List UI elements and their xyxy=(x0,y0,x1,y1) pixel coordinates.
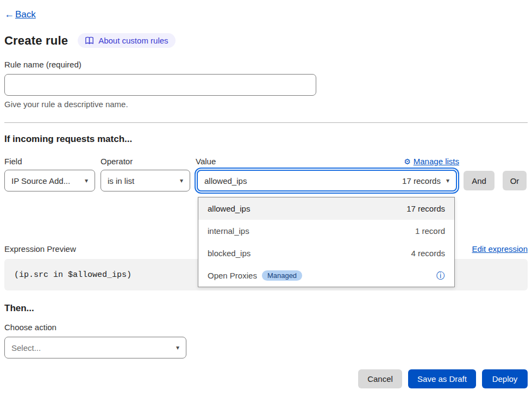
info-icon[interactable]: ⓘ xyxy=(436,271,445,280)
operator-select-value: is in list xyxy=(108,176,134,185)
list-dropdown-item[interactable]: Open ProxiesManagedⓘ xyxy=(198,264,454,287)
field-label: Field xyxy=(4,157,101,166)
list-item-name: Open Proxies xyxy=(208,271,257,280)
list-dropdown-menu: allowed_ips17 recordsinternal_ips1 recor… xyxy=(198,197,455,287)
action-select-placeholder: Select... xyxy=(11,343,41,352)
list-item-record-count: 1 record xyxy=(415,226,445,236)
match-section-heading: If incoming requests match... xyxy=(4,134,528,145)
list-item-name: blocked_ips xyxy=(208,249,251,258)
back-link[interactable]: ←Back xyxy=(4,9,36,20)
chevron-down-icon: ▾ xyxy=(85,177,88,184)
chevron-down-icon: ▾ xyxy=(176,344,179,351)
page-title: Create rule xyxy=(4,34,68,48)
value-select-record-count: 17 records xyxy=(402,176,441,185)
footer-actions: Cancel Save as Draft Deploy xyxy=(4,369,528,388)
field-select-value: IP Source Add... xyxy=(11,176,70,185)
list-item-record-count: 17 records xyxy=(406,204,445,213)
manage-lists-link[interactable]: ⚙ Manage lists xyxy=(404,157,459,166)
section-divider xyxy=(4,122,528,123)
then-section-heading: Then... xyxy=(4,303,528,314)
operator-label: Operator xyxy=(101,157,196,166)
list-dropdown-item[interactable]: allowed_ips17 records xyxy=(198,197,454,220)
value-select[interactable]: allowed_ips 17 records ▾ xyxy=(197,170,457,191)
condition-selects-row: IP Source Add... ▾ is in list ▾ allowed_… xyxy=(4,170,528,191)
and-button[interactable]: And xyxy=(464,171,495,190)
list-dropdown-item[interactable]: internal_ips1 record xyxy=(198,220,454,242)
about-custom-rules-badge[interactable]: About custom rules xyxy=(78,33,175,48)
condition-labels-row: Field Operator Value ⚙ Manage lists xyxy=(4,157,528,166)
manage-lists-label: Manage lists xyxy=(414,157,459,166)
rule-name-input[interactable] xyxy=(4,74,316,96)
cancel-button[interactable]: Cancel xyxy=(358,369,402,388)
action-select[interactable]: Select... ▾ xyxy=(4,337,186,358)
gear-icon: ⚙ xyxy=(404,158,411,165)
list-item-name: internal_ips xyxy=(208,226,249,236)
field-select[interactable]: IP Source Add... ▾ xyxy=(4,170,95,191)
value-select-value: allowed_ips xyxy=(204,176,247,185)
operator-select[interactable]: is in list ▾ xyxy=(101,170,190,191)
or-button[interactable]: Or xyxy=(503,171,527,190)
rule-name-group: Rule name (required) Give your rule a de… xyxy=(4,60,528,109)
save-as-draft-button[interactable]: Save as Draft xyxy=(408,369,476,388)
book-open-icon xyxy=(85,36,94,45)
list-dropdown-item[interactable]: blocked_ips4 records xyxy=(198,242,454,264)
list-item-record-count: 4 records xyxy=(411,249,445,258)
chevron-down-icon: ▾ xyxy=(180,177,183,184)
title-row: Create rule About custom rules xyxy=(4,33,528,48)
value-label: Value xyxy=(196,157,216,166)
back-arrow-icon: ← xyxy=(4,9,14,20)
list-item-name: allowed_ips xyxy=(208,204,250,213)
edit-expression-link[interactable]: Edit expression xyxy=(472,244,528,253)
value-select-wrap: allowed_ips 17 records ▾ allowed_ips17 r… xyxy=(197,170,457,191)
deploy-button[interactable]: Deploy xyxy=(482,369,528,388)
choose-action-label: Choose action xyxy=(4,323,528,332)
about-badge-label: About custom rules xyxy=(98,36,168,45)
managed-badge: Managed xyxy=(262,270,302,281)
expression-code: (ip.src in $allowed_ips) xyxy=(14,270,132,280)
back-link-label: Back xyxy=(15,9,36,20)
rule-name-label: Rule name (required) xyxy=(4,60,82,69)
expression-preview-label: Expression Preview xyxy=(4,244,76,253)
chevron-down-icon: ▾ xyxy=(446,177,449,184)
create-rule-page: ←Back Create rule About custom rules Rul… xyxy=(0,0,532,388)
rule-name-help: Give your rule a descriptive name. xyxy=(4,100,528,109)
